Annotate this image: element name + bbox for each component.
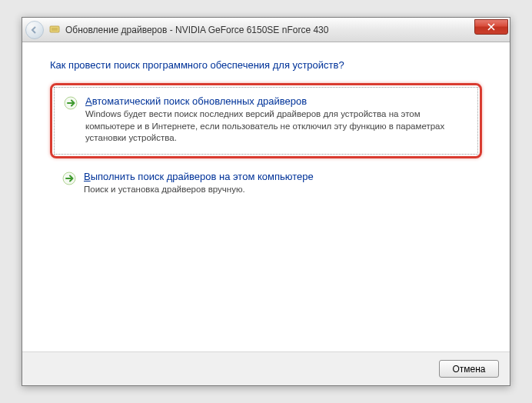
option-auto-title: Автоматический поиск обновленных драйвер… [85,95,468,107]
window-title: Обновление драйверов - NVIDIA GeForce 61… [65,25,507,35]
back-arrow-icon [30,25,39,35]
device-icon [48,24,61,36]
page-heading: Как провести поиск программного обеспече… [50,59,482,71]
back-button[interactable] [25,21,44,39]
close-button[interactable] [474,19,508,35]
option-auto-desc: Windows будет вести поиск последних верс… [85,108,468,145]
titlebar: Обновление драйверов - NVIDIA GeForce 61… [22,18,510,42]
content-area: Как провести поиск программного обеспече… [22,42,510,202]
option-manual-desc: Поиск и установка драйверов вручную. [84,184,470,196]
footer: Отмена [22,351,510,385]
option-manual-body: Выполнить поиск драйверов на этом компью… [84,171,470,196]
option-manual-search[interactable]: Выполнить поиск драйверов на этом компью… [50,166,482,202]
arrow-right-icon [64,96,78,110]
close-icon [487,23,495,31]
driver-update-window: Обновление драйверов - NVIDIA GeForce 61… [22,17,510,386]
cancel-button[interactable]: Отмена [439,360,499,378]
svg-rect-1 [52,28,58,31]
option-auto-search[interactable]: Автоматический поиск обновленных драйвер… [54,87,478,155]
arrow-right-icon [62,172,76,185]
highlight-frame: Автоматический поиск обновленных драйвер… [50,83,482,158]
option-manual-title: Выполнить поиск драйверов на этом компью… [84,171,470,182]
option-auto-body: Автоматический поиск обновленных драйвер… [85,95,468,145]
